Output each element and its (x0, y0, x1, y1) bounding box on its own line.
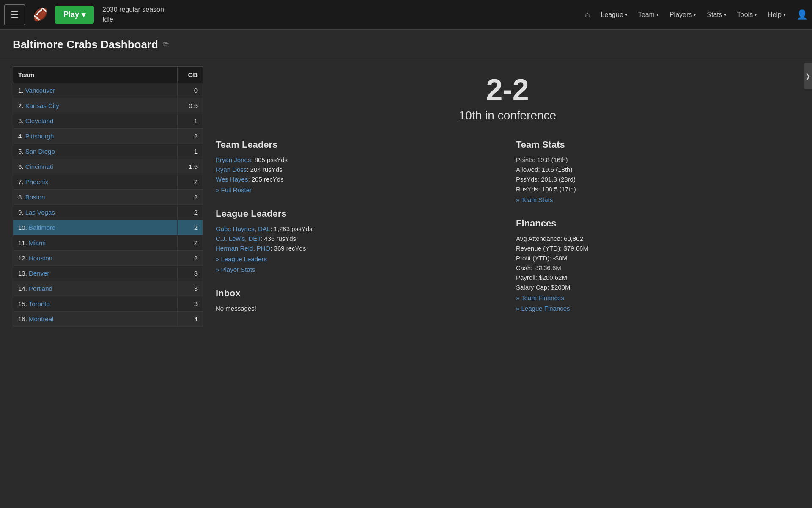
list-item: Wes Hayes: 205 recYds (216, 176, 499, 183)
play-label: Play (63, 10, 79, 19)
team-link[interactable]: Houston (29, 254, 52, 262)
team-finances-link[interactable]: » Team Finances (516, 294, 799, 301)
play-arrow: ▾ (82, 10, 85, 19)
team-link[interactable]: Toronto (29, 300, 50, 307)
standings-gb-cell: 1 (178, 113, 203, 129)
list-item: Profit (YTD): -$8M (516, 254, 799, 262)
leader-name-link[interactable]: Ryan Doss (216, 166, 247, 173)
table-row: 10. Baltimore2 (13, 220, 203, 235)
stats-nav-button[interactable]: Stats ▾ (707, 11, 726, 19)
user-profile-button[interactable]: 👤 (796, 9, 808, 20)
standings-team-cell: 5. San Diego (13, 144, 178, 159)
finances-title: Finances (516, 218, 799, 229)
finances-section: Finances Avg Attendance: 60,802Revenue (… (516, 218, 799, 312)
team-stats-title: Team Stats (516, 139, 799, 150)
table-row: 6. Cincinnati1.5 (13, 159, 203, 174)
players-nav-button[interactable]: Players ▾ (669, 11, 696, 19)
table-row: 16. Montreal4 (13, 312, 203, 327)
standings-team-cell: 7. Phoenix (13, 174, 178, 190)
league-leader-team-link[interactable]: DAL (258, 225, 270, 232)
standings-team-cell: 10. Baltimore (13, 220, 178, 235)
standings-team-cell: 8. Boston (13, 190, 178, 205)
inbox-title: Inbox (216, 288, 499, 299)
team-record: 2-2 (216, 75, 799, 105)
standings-gb-cell: 3 (178, 281, 203, 296)
team-nav-button[interactable]: Team ▾ (638, 11, 659, 19)
full-roster-link[interactable]: » Full Roster (216, 186, 499, 193)
league-nav-button[interactable]: League ▾ (601, 11, 627, 19)
league-leader-team-link[interactable]: PHO (257, 245, 271, 252)
navbar: ☰ 🏈 Play ▾ 2030 regular season Idle ⌂ Le… (0, 0, 812, 30)
standings-gb-cell: 2 (178, 251, 203, 266)
list-item: RusYds: 108.5 (17th) (516, 185, 799, 193)
team-link[interactable]: Boston (25, 193, 45, 201)
team-link[interactable]: Cincinnati (25, 163, 53, 170)
home-nav-button[interactable]: ⌂ (585, 10, 590, 19)
inbox-message: No messages! (216, 305, 499, 312)
league-leader-name-link[interactable]: C.J. Lewis (216, 235, 245, 242)
team-link[interactable]: Denver (29, 270, 49, 277)
leader-name-link[interactable]: Wes Hayes (216, 176, 248, 183)
dashboard-panels: 2-2 10th in conference Team Leaders Brya… (216, 66, 799, 327)
hamburger-button[interactable]: ☰ (4, 4, 25, 25)
standings-gb-cell: 1.5 (178, 159, 203, 174)
table-row: 14. Portland3 (13, 281, 203, 296)
standings-team-header: Team (13, 67, 178, 83)
table-row: 12. Houston2 (13, 251, 203, 266)
leader-name-link[interactable]: Bryan Jones (216, 156, 251, 163)
team-link[interactable]: Vancouver (25, 87, 55, 94)
standings-team-cell: 1. Vancouver (13, 83, 178, 98)
right-sidebar-handle[interactable]: ❯ (804, 64, 812, 89)
list-item: Herman Reid, PHO: 369 recYds (216, 245, 499, 252)
standings-team-cell: 15. Toronto (13, 296, 178, 312)
league-leader-team-link[interactable]: DET (249, 235, 261, 242)
standings-gb-cell: 2 (178, 220, 203, 235)
standings-table: Team GB 1. Vancouver02. Kansas City0.53.… (13, 66, 203, 327)
main-content: Team GB 1. Vancouver02. Kansas City0.53.… (0, 58, 812, 335)
team-link[interactable]: Pittsburgh (25, 133, 54, 140)
standings-team-cell: 3. Cleveland (13, 113, 178, 129)
player-stats-link[interactable]: » Player Stats (216, 266, 499, 273)
team-stats-section: Team Stats Points: 19.8 (16th)Allowed: 1… (516, 139, 799, 203)
conference-rank: 10th in conference (216, 109, 799, 122)
table-row: 3. Cleveland1 (13, 113, 203, 129)
league-leaders-link[interactable]: » League Leaders (216, 255, 499, 262)
players-dropdown-arrow: ▾ (694, 12, 696, 17)
team-link[interactable]: Baltimore (29, 224, 55, 231)
standings-gb-cell: 2 (178, 174, 203, 190)
list-item: Revenue (YTD): $79.66M (516, 245, 799, 252)
team-link[interactable]: Portland (29, 285, 52, 292)
external-link-icon[interactable]: ⧉ (163, 40, 169, 49)
team-link[interactable]: Las Vegas (25, 209, 55, 216)
team-link[interactable]: Phoenix (25, 178, 48, 185)
team-stats-link[interactable]: » Team Stats (516, 196, 799, 203)
standings-gb-cell: 0 (178, 83, 203, 98)
team-link[interactable]: Miami (29, 239, 46, 246)
team-link[interactable]: Cleveland (25, 117, 54, 124)
league-finances-link[interactable]: » League Finances (516, 305, 799, 312)
league-leader-name-link[interactable]: Gabe Haynes (216, 225, 255, 232)
play-button[interactable]: Play ▾ (55, 6, 94, 24)
standings-gb-cell: 1 (178, 144, 203, 159)
tools-nav-button[interactable]: Tools ▾ (737, 11, 757, 19)
league-leader-name-link[interactable]: Herman Reid (216, 245, 253, 252)
standings-team-cell: 6. Cincinnati (13, 159, 178, 174)
table-row: 7. Phoenix2 (13, 174, 203, 190)
table-row: 4. Pittsburgh2 (13, 129, 203, 144)
right-panel-col: Team Stats Points: 19.8 (16th)Allowed: 1… (516, 139, 799, 327)
page-header: Baltimore Crabs Dashboard ⧉ (0, 30, 812, 58)
standings-team-cell: 16. Montreal (13, 312, 178, 327)
list-item: Avg Attendance: 60,802 (516, 235, 799, 242)
standings-team-cell: 13. Denver (13, 266, 178, 281)
help-nav-button[interactable]: Help ▾ (768, 11, 786, 19)
team-link[interactable]: Montreal (29, 315, 53, 323)
standings-team-cell: 2. Kansas City (13, 98, 178, 113)
standings-gb-cell: 0.5 (178, 98, 203, 113)
team-link[interactable]: Kansas City (25, 102, 59, 109)
nav-links: ⌂ League ▾ Team ▾ Players ▾ Stats ▾ Tool… (585, 9, 808, 20)
standings-team-cell: 4. Pittsburgh (13, 129, 178, 144)
league-dropdown-arrow: ▾ (625, 12, 628, 17)
team-link[interactable]: San Diego (25, 148, 55, 155)
standings-team-cell: 12. Houston (13, 251, 178, 266)
standings-team-cell: 14. Portland (13, 281, 178, 296)
